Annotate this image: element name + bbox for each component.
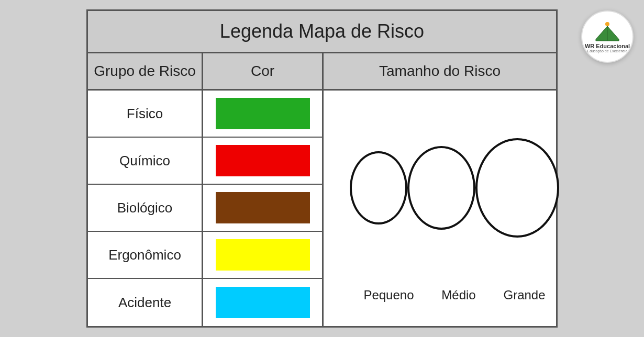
col-header-tamanho: Tamanho do Risco xyxy=(324,53,556,89)
row-biologico: Biológico xyxy=(88,185,324,232)
content-area: Físico Químico Biológico xyxy=(88,91,556,326)
row-acidente: Acidente xyxy=(88,279,324,326)
color-block-quimico xyxy=(216,145,310,176)
svg-marker-1 xyxy=(607,26,619,41)
svg-point-2 xyxy=(605,22,609,26)
left-column: Físico Químico Biológico xyxy=(88,91,324,326)
cor-fisico xyxy=(203,91,324,137)
cor-biologico xyxy=(203,185,324,231)
grupo-biologico: Biológico xyxy=(88,185,203,231)
size-labels-row: Pequeno Médio Grande xyxy=(329,275,580,321)
row-quimico: Químico xyxy=(88,138,324,185)
logo-name: WR Educacional xyxy=(585,43,630,49)
color-block-biologico xyxy=(216,192,310,223)
page-wrapper: WR Educacional Educação de Excelência Le… xyxy=(0,0,644,337)
logo-badge: WR Educacional Educação de Excelência xyxy=(581,10,634,63)
circles-row xyxy=(329,101,580,275)
grupo-acidente: Acidente xyxy=(88,279,203,326)
right-column: Pequeno Médio Grande xyxy=(324,91,585,326)
cor-ergonomico xyxy=(203,232,324,278)
color-block-ergonomico xyxy=(216,239,310,271)
grupo-quimico: Químico xyxy=(88,138,203,184)
row-fisico: Físico xyxy=(88,91,324,138)
label-medio: Médio xyxy=(441,288,475,302)
color-block-fisico xyxy=(216,98,310,129)
grupo-ergonomico: Ergonômico xyxy=(88,232,203,278)
grupo-fisico: Físico xyxy=(88,91,203,137)
label-pequeno: Pequeno xyxy=(363,288,414,302)
svg-marker-0 xyxy=(596,26,607,41)
oval-small xyxy=(350,151,407,224)
col-header-grupo: Grupo de Risco xyxy=(88,53,203,89)
table-title: Legenda Mapa de Risco xyxy=(88,11,556,53)
logo-icon xyxy=(593,21,622,42)
label-grande: Grande xyxy=(504,288,546,302)
color-block-acidente xyxy=(216,287,310,318)
column-headers: Grupo de Risco Cor Tamanho do Risco xyxy=(88,53,556,91)
oval-large xyxy=(475,138,559,238)
oval-medium xyxy=(407,146,475,230)
col-header-cor: Cor xyxy=(203,53,324,89)
row-ergonomico: Ergonômico xyxy=(88,232,324,279)
legend-table: Legenda Mapa de Risco Grupo de Risco Cor… xyxy=(86,9,558,328)
logo-sub: Educação de Excelência xyxy=(587,49,628,53)
cor-quimico xyxy=(203,138,324,184)
cor-acidente xyxy=(203,279,324,326)
